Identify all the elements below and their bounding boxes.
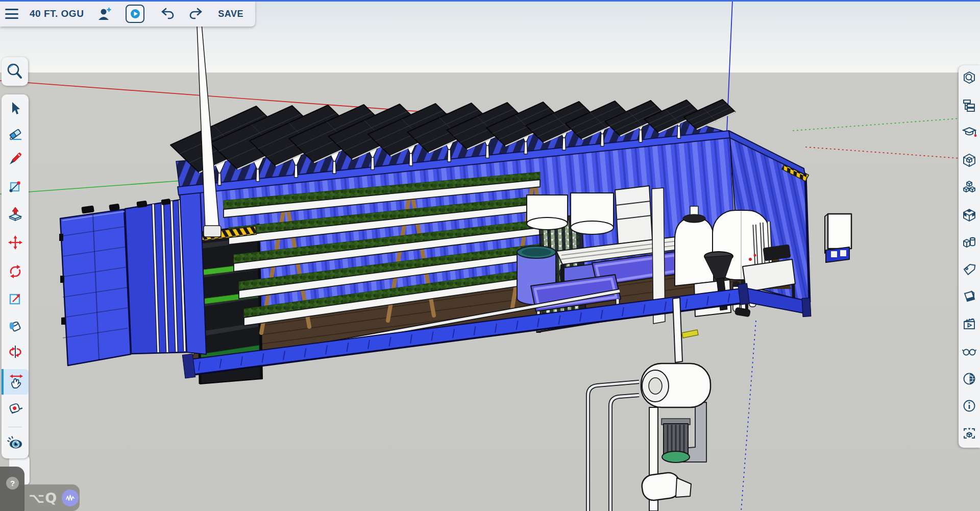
components-icon: [962, 153, 976, 167]
geolocation-button[interactable]: [960, 368, 979, 390]
help-panel: ?: [0, 467, 24, 511]
scale-icon: [8, 291, 23, 306]
left-tool-palette: [2, 94, 29, 458]
model-info-button[interactable]: [960, 395, 979, 417]
pan-tool[interactable]: [2, 369, 29, 395]
container-farm-model[interactable]: BLENDER: [59, 0, 851, 511]
move-tool[interactable]: [3, 231, 28, 254]
rotate-icon: [8, 264, 23, 279]
pencil-icon: [8, 151, 23, 166]
rotate-tool[interactable]: [3, 260, 28, 283]
document-title[interactable]: 40 FT. OGU: [30, 8, 84, 19]
paint-bucket-tool[interactable]: [3, 315, 28, 337]
eraser-icon: [8, 127, 23, 142]
info-icon: [962, 399, 976, 413]
pump-assembly[interactable]: [588, 298, 710, 511]
search-model-button[interactable]: [960, 67, 979, 89]
scenes-button[interactable]: [960, 313, 979, 335]
flip-icon: [8, 344, 23, 359]
ar-viewer-button[interactable]: [960, 422, 979, 445]
menu-icon[interactable]: [5, 9, 18, 19]
tags-icon: [962, 262, 976, 277]
look-around-tool[interactable]: [3, 432, 28, 454]
waveform-icon: [65, 494, 76, 502]
outliner-icon: [962, 99, 976, 113]
eraser-tool[interactable]: [3, 123, 28, 145]
toolbar-separator: [8, 427, 22, 427]
styles-icon: [962, 289, 976, 304]
solid-tools-button[interactable]: [960, 231, 979, 253]
solid-tools-icon: [962, 235, 976, 249]
materials-button[interactable]: [960, 204, 979, 226]
help-button[interactable]: ?: [6, 477, 19, 490]
save-button[interactable]: SAVE: [218, 9, 243, 19]
container-doors[interactable]: [59, 186, 206, 366]
scenes-icon: [962, 317, 976, 331]
search-icon: [6, 62, 23, 81]
3d-viewport[interactable]: BLENDER: [0, 0, 980, 511]
search-model-icon: [962, 71, 976, 85]
top-toolbar: 40 FT. OGU SAVE: [0, 1, 255, 27]
redo-icon[interactable]: [188, 7, 204, 20]
outliner-button[interactable]: [960, 94, 979, 117]
eye-icon: [7, 435, 23, 451]
voice-indicator[interactable]: [62, 490, 79, 506]
materials-icon: [962, 208, 976, 222]
dictation-shortcut-overlay: ⌥Q: [23, 484, 80, 511]
push-pull-icon: [8, 206, 23, 222]
instructor-icon: [962, 126, 976, 140]
wall-mounted-unit[interactable]: [825, 214, 851, 262]
search-tool-button[interactable]: [2, 57, 28, 86]
instructor-button[interactable]: [960, 121, 979, 144]
display-settings-button[interactable]: [960, 340, 979, 362]
flip-tool[interactable]: [3, 340, 28, 363]
component-collections-icon: [962, 180, 976, 194]
move-icon: [8, 235, 23, 250]
right-panel-rail: [959, 65, 980, 448]
glasses-icon: [962, 344, 977, 358]
shortcut-key-label: Q: [45, 490, 57, 506]
component-collections-button[interactable]: [960, 176, 979, 199]
rectangle-icon: [8, 179, 23, 194]
paint-bucket-icon: [8, 319, 23, 334]
add-collaborator-icon[interactable]: [97, 7, 112, 21]
push-pull-tool[interactable]: [3, 203, 28, 225]
ar-view-icon: [962, 426, 976, 441]
components-button[interactable]: [960, 149, 979, 172]
pan-hand-icon: [8, 373, 24, 391]
tape-measure-tool[interactable]: [3, 397, 28, 419]
globe-icon: [962, 372, 976, 386]
tape-measure-icon: [8, 400, 23, 416]
scale-tool[interactable]: [3, 287, 28, 310]
undo-icon[interactable]: [160, 7, 175, 20]
video-tutorial-icon[interactable]: [126, 5, 144, 23]
line-tool[interactable]: [3, 148, 28, 170]
select-tool[interactable]: [3, 98, 28, 120]
select-arrow-icon: [8, 101, 23, 116]
shapes-tool[interactable]: [3, 175, 28, 198]
tags-button[interactable]: [960, 258, 979, 281]
modifier-key-label: ⌥: [29, 490, 45, 506]
styles-button[interactable]: [960, 285, 979, 308]
window-accent-line: [0, 0, 980, 2]
